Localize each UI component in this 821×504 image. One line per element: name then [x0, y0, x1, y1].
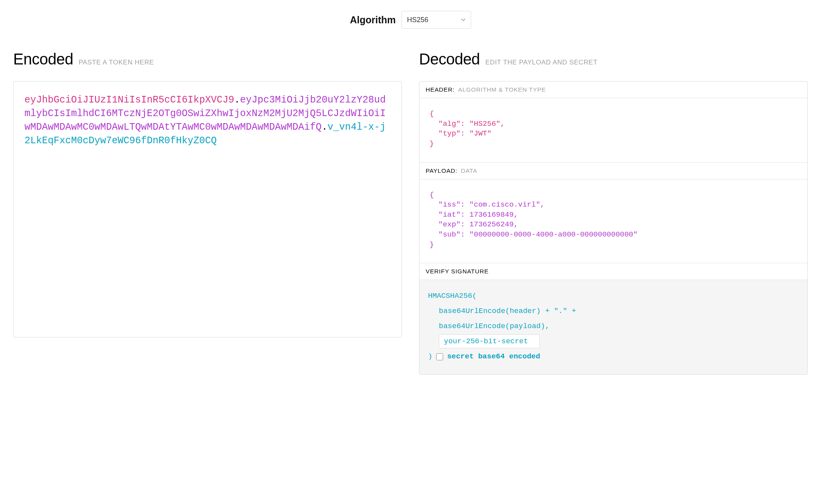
sig-secret-row [428, 334, 799, 349]
verify-label: VERIFY SIGNATURE [426, 268, 489, 275]
decoded-title-row: Decoded EDIT THE PAYLOAD AND SECRET [419, 50, 808, 68]
token-dot: . [322, 122, 327, 133]
encoded-column: Encoded PASTE A TOKEN HERE eyJhbGciOiJIU… [13, 50, 402, 337]
sig-line-2: base64UrlEncode(header) + "." + [428, 304, 799, 319]
secret-base64-label: secret base64 encoded [447, 349, 540, 364]
algorithm-row: Algorithm HS256 [13, 11, 808, 29]
sig-line-3: base64UrlEncode(payload), [428, 319, 799, 334]
header-label: HEADER: [426, 86, 455, 93]
signature-body: HMACSHA256( base64UrlEncode(header) + ".… [419, 280, 807, 374]
encoded-title-row: Encoded PASTE A TOKEN HERE [13, 50, 402, 68]
token-dot: . [234, 94, 240, 106]
chevron-down-icon [461, 17, 466, 23]
secret-base64-checkbox[interactable] [436, 353, 443, 360]
encoded-title: Encoded [13, 50, 73, 68]
payload-label: PAYLOAD: [426, 167, 457, 174]
verify-signature-label: VERIFY SIGNATURE [419, 263, 807, 280]
encoded-subtitle: PASTE A TOKEN HERE [78, 59, 154, 66]
sig-footer: ) secret base64 encoded [428, 349, 799, 364]
decoded-box: HEADER: ALGORITHM & TOKEN TYPE { "alg": … [419, 81, 808, 375]
token-header-part: eyJhbGciOiJIUzI1NiIsInR5cCI6IkpXVCJ9 [24, 94, 234, 106]
decoded-title: Decoded [419, 50, 480, 68]
payload-desc: DATA [461, 167, 477, 174]
sig-line-1: HMACSHA256( [428, 288, 799, 304]
algorithm-label: Algorithm [350, 14, 396, 26]
payload-json-text: { "iss": "com.cisco.virl", "iat": 173616… [430, 191, 638, 249]
encoded-token-box[interactable]: eyJhbGciOiJIUzI1NiIsInR5cCI6IkpXVCJ9.eyJ… [13, 81, 402, 337]
payload-section-label: PAYLOAD: DATA [419, 163, 807, 179]
decoded-subtitle: EDIT THE PAYLOAD AND SECRET [485, 59, 598, 66]
payload-json-editor[interactable]: { "iss": "com.cisco.virl", "iat": 173616… [419, 179, 807, 264]
header-json-editor[interactable]: { "alg": "HS256", "typ": "JWT" } [419, 98, 807, 163]
decoded-column: Decoded EDIT THE PAYLOAD AND SECRET HEAD… [419, 50, 808, 375]
encoded-token: eyJhbGciOiJIUzI1NiIsInR5cCI6IkpXVCJ9.eyJ… [24, 93, 391, 148]
algorithm-select[interactable]: HS256 [401, 11, 471, 29]
main-columns: Encoded PASTE A TOKEN HERE eyJhbGciOiJIU… [13, 50, 808, 375]
secret-input[interactable] [439, 334, 540, 348]
header-section-label: HEADER: ALGORITHM & TOKEN TYPE [419, 82, 807, 98]
header-desc: ALGORITHM & TOKEN TYPE [458, 86, 546, 93]
algorithm-selected-value: HS256 [407, 16, 428, 24]
sig-close-paren: ) [428, 349, 432, 364]
header-json-text: { "alg": "HS256", "typ": "JWT" } [430, 109, 505, 148]
